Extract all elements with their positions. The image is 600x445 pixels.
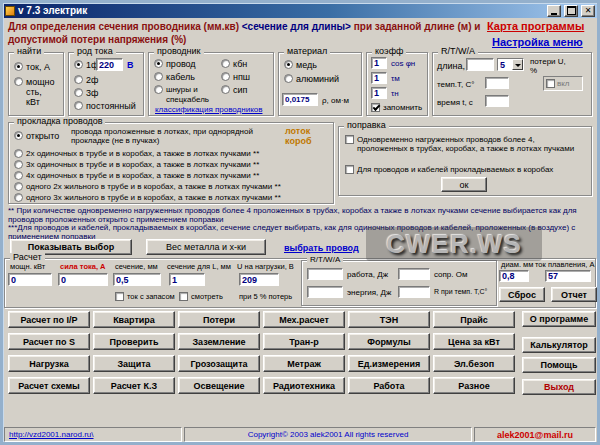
radio-laying-option-2[interactable]: 3х одиночных в трубе и в коробах, а такж… <box>14 160 259 170</box>
minimize-icon[interactable] <box>547 5 561 17</box>
voltage-input[interactable] <box>96 58 123 71</box>
group-rtwa-calc-label: R/T/W/A <box>307 255 343 264</box>
group-coeff: коэфф cos φн τм τн запомнить <box>366 52 428 116</box>
reset-button[interactable]: Сброс <box>499 287 545 302</box>
menu-button-metrage[interactable]: Метраж <box>263 355 345 372</box>
melting-current-input[interactable] <box>545 270 591 282</box>
resistivity-input[interactable] <box>282 93 318 106</box>
tau-n-input[interactable] <box>371 87 387 99</box>
section-input[interactable] <box>113 273 161 286</box>
close-icon[interactable] <box>581 5 595 17</box>
temp-input[interactable] <box>485 77 509 89</box>
menu-button-losses[interactable]: Потери <box>178 311 260 328</box>
menu-button-price[interactable]: Прайс <box>433 311 515 328</box>
radio-laying-open[interactable]: открыто <box>14 131 59 141</box>
radio-cords[interactable]: шнуры и спецкабель <box>154 85 216 105</box>
tau-m-input[interactable] <box>371 72 387 84</box>
radio-3-phase[interactable]: 3ф <box>74 88 98 98</box>
menu-button-ten[interactable]: ТЭН <box>348 311 430 328</box>
radio-cable[interactable]: кабель <box>154 72 195 82</box>
menu-button-lighting[interactable]: Освещение <box>178 377 260 394</box>
resistance-input[interactable] <box>398 268 430 280</box>
radio-laying-option-3[interactable]: 4х одиночных в трубе и в коробах, а такж… <box>14 171 259 181</box>
title-bar[interactable]: v 7.3 электрик <box>3 3 597 18</box>
radio-laying-option-4[interactable]: одного 2х жильного в трубе и в коробах, … <box>14 182 281 192</box>
menu-button-verify[interactable]: Проверить <box>93 333 175 350</box>
menu-button-el-safety[interactable]: Эл.безоп <box>433 355 515 372</box>
temp-enable-checkbox[interactable] <box>546 79 555 88</box>
radio-find-power[interactable]: мощно сть, кВт <box>14 77 58 107</box>
menu-button-transformer[interactable]: Тран-р <box>263 333 345 350</box>
reserve-checkbox[interactable]: ток с запасом <box>115 292 175 301</box>
power-input[interactable] <box>8 273 52 286</box>
site-link[interactable]: http://vzd2001.narod.ru\ <box>9 430 94 440</box>
radio-npsh[interactable]: нпш <box>221 72 250 82</box>
correction-checkbox-1[interactable]: Одновременно нагруженных проводов более … <box>345 135 585 153</box>
energy-input[interactable] <box>307 286 343 298</box>
radio-icon <box>221 85 230 94</box>
menu-button-misc[interactable]: Разное <box>433 377 515 394</box>
menu-button-formulas[interactable]: Формулы <box>348 333 430 350</box>
radio-sip[interactable]: сип <box>221 85 247 95</box>
menu-button-units[interactable]: Ед.измерения <box>348 355 430 372</box>
menu-button-protection[interactable]: Защита <box>93 355 175 372</box>
help-button[interactable]: Помощь <box>522 357 596 373</box>
menu-button-calc-ip[interactable]: Расчет по I/P <box>8 311 90 328</box>
radio-wire[interactable]: провод <box>154 59 196 69</box>
metal-weight-button[interactable]: Вес металла и х-ки <box>146 239 266 255</box>
about-button[interactable]: О программе <box>522 311 596 327</box>
email-link[interactable]: alek2001@mail.ru <box>497 430 573 440</box>
time-input[interactable] <box>485 95 509 107</box>
radio-icon <box>14 131 23 140</box>
section-for-length-label: сечение для L, мм <box>167 263 231 271</box>
radio-laying-option-1[interactable]: 2х одиночных в трубе и в коробах, а такж… <box>14 149 259 159</box>
menu-button-load[interactable]: Нагрузка <box>8 355 90 372</box>
menu-button-apartment[interactable]: Квартира <box>93 311 175 328</box>
r-temp-input[interactable] <box>398 286 430 298</box>
menu-button-lightning[interactable]: Грозозащита <box>178 355 260 372</box>
radio-laying-option-5[interactable]: одного 3х жильного в трубе и в коробах, … <box>14 193 281 203</box>
menu-settings-link[interactable]: Настройка меню <box>492 37 583 47</box>
radio-dc[interactable]: постоянный <box>74 101 136 111</box>
program-map-link[interactable]: Карта программы <box>487 21 584 31</box>
radio-icon <box>154 59 163 68</box>
checkbox-label: смотреть <box>191 292 223 301</box>
remember-checkbox[interactable]: запомнить <box>371 103 422 112</box>
section-for-length-input[interactable] <box>169 273 205 286</box>
menu-button-scheme-calc[interactable]: Расчет схемы <box>8 377 90 394</box>
radio-kbn[interactable]: кбн <box>221 59 247 69</box>
menu-button-calc-s[interactable]: Расчет по S <box>8 333 90 350</box>
length-input[interactable] <box>466 58 494 71</box>
menu-button-kwh-price[interactable]: Цена за кВт <box>433 333 515 350</box>
work-input[interactable] <box>307 268 343 280</box>
classification-link[interactable]: классификация проводников <box>155 105 262 115</box>
radio-aluminum[interactable]: алюминий <box>284 74 339 84</box>
current-input[interactable] <box>58 273 108 286</box>
u-load-label: U на нагрузки, В <box>237 263 294 271</box>
cos-phi-input[interactable] <box>371 57 387 69</box>
tray-label[interactable]: лоток <box>285 126 310 136</box>
menu-button-short-circuit[interactable]: Расчет К.З <box>93 377 175 394</box>
maximize-icon[interactable] <box>564 5 578 17</box>
menu-button-radio[interactable]: Радиотехника <box>263 377 345 394</box>
report-button[interactable]: Отчет <box>551 287 597 302</box>
duct-label[interactable]: короб <box>285 136 311 146</box>
watch-checkbox[interactable]: смотреть <box>179 292 223 301</box>
radio-1-phase[interactable]: 1ф <box>74 60 98 70</box>
diameter-input[interactable] <box>499 270 529 282</box>
choose-wire-link[interactable]: выбрать провод <box>284 243 359 253</box>
menu-button-mech-calc[interactable]: Мех.расчет <box>263 311 345 328</box>
u-load-input[interactable] <box>239 273 279 286</box>
radio-icon <box>74 88 83 97</box>
ok-button[interactable]: ок <box>441 177 487 192</box>
menu-button-grounding[interactable]: Заземление <box>178 333 260 350</box>
loss-percent-select[interactable]: 5 <box>497 58 524 71</box>
group-conductor: проводник провод кабель шнуры и спецкабе… <box>148 52 274 116</box>
exit-button[interactable]: Выход <box>522 379 596 395</box>
radio-copper[interactable]: медь <box>284 60 317 70</box>
radio-2-phase[interactable]: 2ф <box>74 75 98 85</box>
radio-find-current[interactable]: ток, А <box>14 62 50 72</box>
correction-checkbox-2[interactable]: Для проводов и кабелей прокладываемых в … <box>345 165 585 174</box>
calculator-button[interactable]: Калькулятор <box>522 337 596 353</box>
menu-button-work[interactable]: Работа <box>348 377 430 394</box>
